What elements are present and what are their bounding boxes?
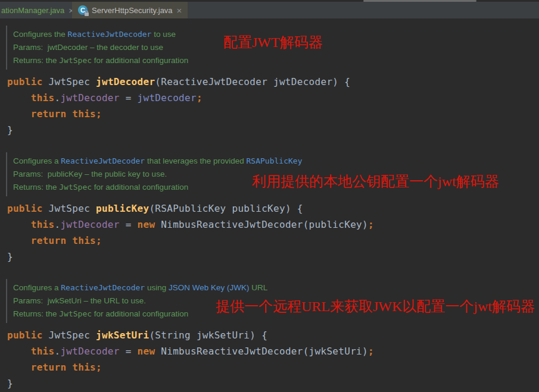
code-editor[interactable]: Configures the ReactiveJwtDecoder to use… — [0, 18, 539, 392]
code-block: public JwtSpec jwtDecoder(ReactiveJwtDec… — [7, 74, 350, 138]
tab-ationmanager-java[interactable]: ationManager.java× — [0, 2, 72, 18]
code-line: this.jwtDecoder = jwtDecoder; — [7, 90, 350, 106]
doc-line: Params: jwtDecoder – the decoder to use — [13, 41, 188, 54]
doc-line: Configures the ReactiveJwtDecoder to use — [13, 28, 188, 41]
close-icon[interactable]: × — [177, 6, 182, 15]
doc-comment-block: Configures the ReactiveJwtDecoder to use… — [6, 26, 188, 70]
tabstrip-scrollbar-thumb[interactable] — [363, 0, 476, 2]
annotation-overlay-text: 利用提供的本地公钥配置一个jwt解码器 — [252, 173, 499, 190]
class-icon: C — [78, 5, 88, 15]
lock-icon — [85, 12, 89, 16]
code-line: this.jwtDecoder = new NimbusReactiveJwtD… — [7, 343, 374, 359]
doc-line: Configures a ReactiveJwtDecoder that lev… — [13, 155, 302, 168]
tab-serverhttpsecurity-java[interactable]: CServerHttpSecurity.java× — [72, 2, 188, 18]
code-line: } — [7, 249, 374, 265]
code-line: public JwtSpec publicKey(RSAPublicKey pu… — [7, 200, 374, 217]
tab-label: ServerHttpSecurity.java — [92, 6, 173, 15]
code-line: return this; — [7, 233, 374, 249]
annotation-overlay-text: 提供一个远程URL来获取JWK以配置一个jwt解码器 — [216, 298, 535, 315]
tab-strip: ationManager.java×CServerHttpSecurity.ja… — [0, 2, 188, 18]
code-line: } — [7, 375, 374, 391]
doc-line: Configures a ReactiveJwtDecoder using JS… — [13, 281, 267, 294]
code-line: } — [7, 122, 350, 138]
code-line: return this; — [7, 359, 374, 375]
code-line: this.jwtDecoder = new NimbusReactiveJwtD… — [7, 217, 374, 233]
code-block: public JwtSpec jwkSetUri(String jwkSetUr… — [7, 327, 374, 391]
code-block: public JwtSpec publicKey(RSAPublicKey pu… — [7, 200, 374, 265]
doc-line: Returns: the JwtSpec for additional conf… — [13, 54, 188, 67]
editor-tab-bar: ationManager.java×CServerHttpSecurity.ja… — [0, 0, 539, 18]
annotation-overlay-text: 配置JWT解码器 — [223, 34, 323, 51]
code-line: public JwtSpec jwtDecoder(ReactiveJwtDec… — [7, 74, 350, 90]
code-line: public JwtSpec jwkSetUri(String jwkSetUr… — [7, 327, 374, 343]
code-line: return this; — [7, 106, 350, 122]
tab-label: ationManager.java — [1, 6, 64, 15]
